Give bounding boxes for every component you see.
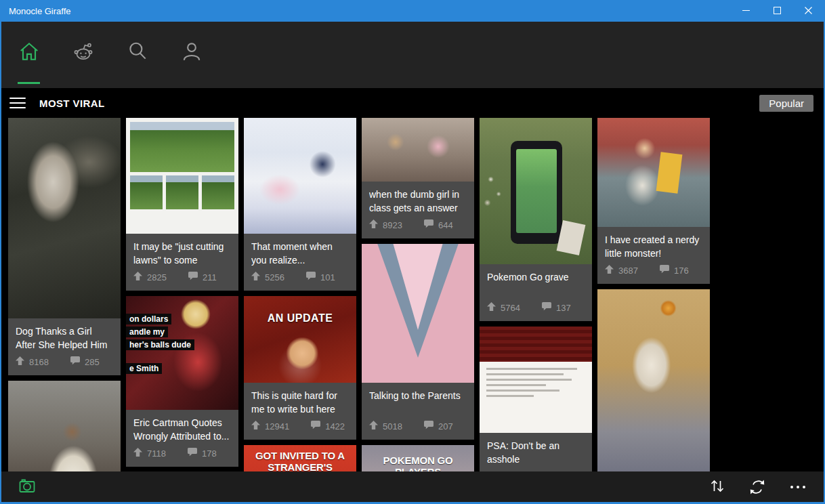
card-image-toddler-books [597,118,710,227]
gallery-card[interactable]: on dollars andle my her's balls dude e S… [126,296,238,467]
card-image-pokemon-players: POKEMON GO PLAYERS [362,445,474,471]
active-tab-indicator [18,82,40,84]
card-image-torch-illustration [597,289,710,471]
theater-seats-shape [480,327,592,362]
tab-profile[interactable] [180,33,203,73]
upvote-count: 12941 [265,421,289,432]
tab-search[interactable] [126,33,149,73]
comment-icon [311,420,320,432]
gallery-card[interactable]: Talking to the Parents 5018 207 [362,244,474,440]
gallery-card[interactable]: POKEMON GO PLAYERS [362,445,474,471]
phone-shape [511,141,562,244]
comment-icon [660,264,669,276]
refresh-button[interactable] [737,474,778,501]
gallery-card[interactable]: PSA: Don't be an asshole [480,327,592,471]
upload-camera-button[interactable] [14,474,41,501]
grid-column: That moment when you realize... 5256 101… [244,118,356,471]
gallery-card[interactable] [8,381,121,471]
card-image-night-comic [244,118,356,234]
comment-icon [70,356,80,368]
upvote-icon [251,271,260,283]
meme-text: AN UPDATE [244,312,356,324]
card-title: It may be "just cutting lawns" to some p… [133,240,231,267]
card-stats: 5018 207 [369,420,467,432]
page-header: MOST VIRAL Popular [1,88,824,118]
card-image-v-comic [362,244,474,383]
comment-count: 176 [674,266,689,276]
card-stats: 3687 176 [605,264,702,276]
close-button[interactable] [792,0,824,22]
person-icon [180,40,203,66]
comment-icon [542,301,551,314]
gallery-card[interactable]: GOT INVITED TO A STRANGER'S WEDDING [244,445,356,471]
comment-count: 207 [438,421,453,432]
upvote-count: 8168 [29,357,49,367]
card-title: That moment when you realize... [251,240,349,267]
upvote-icon [369,420,378,432]
card-footer: It may be "just cutting lawns" to some p… [126,234,238,291]
upvote-count: 2825 [147,272,167,282]
card-title: This is quite hard for me to write but h… [251,389,349,416]
maximize-button[interactable] [761,0,792,22]
title-bar: Monocle Giraffe [1,0,824,22]
gallery-card[interactable]: Dog Thanks a Girl After She Helped Him t… [8,118,121,375]
card-title: Talking to the Parents [369,389,467,416]
card-footer: Pokemon Go grave 5764 137 [480,264,592,321]
phone-screen-shape [516,149,557,233]
gallery-card[interactable]: when the dumb girl in class gets an answ… [362,118,474,238]
nav-items [1,22,824,73]
bottom-bar-actions [696,474,818,501]
card-footer: That moment when you realize... 5256 101 [244,234,356,291]
home-icon [18,40,41,66]
upvote-count: 5018 [383,421,402,432]
bottom-command-bar [1,471,824,504]
grid-column: Dog Thanks a Girl After She Helped Him t… [8,118,121,471]
gallery-card[interactable]: I have created a nerdy little monster! 3… [597,118,710,284]
card-image-pokemon-grave [480,118,592,264]
gallery-card[interactable]: It may be "just cutting lawns" to some p… [126,118,238,291]
gallery-card[interactable] [597,289,710,471]
tab-home[interactable] [18,33,41,73]
gallery-card[interactable]: AN UPDATE This is quite hard for me to w… [244,296,356,440]
card-image-psa-meme [480,327,592,433]
menu-button[interactable] [9,98,26,108]
comment-icon [188,447,197,459]
meme-text: GOT INVITED TO A STRANGER'S WEDDING [244,450,356,471]
minimize-button[interactable] [730,0,761,22]
window-title: Monocle Giraffe [1,6,71,16]
meme-text: POKEMON GO PLAYERS [362,455,474,471]
upvote-count: 5256 [265,272,284,282]
gallery-card[interactable]: Pokemon Go grave 5764 137 [480,118,592,321]
upvote-count: 8923 [383,220,402,230]
card-stats: 8168 285 [16,356,113,368]
card-image-an-update: AN UPDATE [244,296,356,383]
card-image-lawns [126,118,238,234]
sort-icon [707,476,726,498]
comment-count: 211 [203,272,217,282]
comment-icon [424,420,433,432]
minimize-icon [742,5,750,17]
card-image-wedding-meme: GOT INVITED TO A STRANGER'S WEDDING [244,445,356,471]
maximize-icon [774,5,781,17]
grid-column: I have created a nerdy little monster! 3… [597,118,710,471]
upvote-icon [605,264,614,276]
tab-reddit[interactable] [72,33,95,73]
window-controls [730,0,824,22]
card-title: Eric Cartman Quotes Wrongly Attributed t… [133,416,231,443]
meme-text-lines [480,362,592,397]
camera-icon [18,476,37,498]
card-stats: 8923 644 [369,219,467,231]
card-footer: Eric Cartman Quotes Wrongly Attributed t… [126,410,238,467]
search-icon [126,40,149,66]
nav-bar [1,22,824,88]
comment-icon [188,271,198,283]
more-options-button[interactable] [778,474,818,501]
ellipsis-icon [790,486,805,488]
popular-sort-button[interactable]: Popular [759,95,813,112]
lawn-photo [130,122,234,172]
caption-fragment: e Smith [126,363,162,374]
upvote-icon [369,219,378,231]
sort-button[interactable] [696,474,737,501]
gallery-card[interactable]: That moment when you realize... 5256 101 [244,118,356,291]
comment-count: 285 [85,357,100,367]
